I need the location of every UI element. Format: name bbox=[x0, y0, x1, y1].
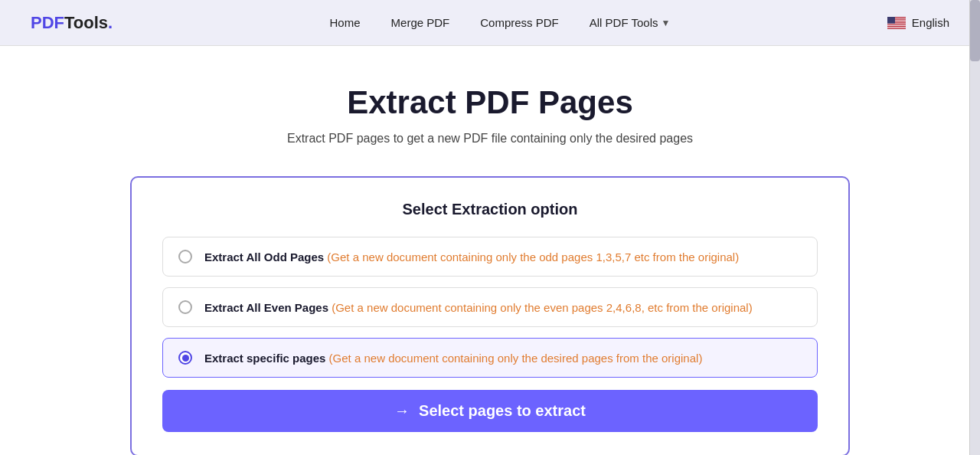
main-nav: Home Merge PDF Compress PDF All PDF Tool… bbox=[330, 16, 671, 29]
select-pages-button[interactable]: → Select pages to extract bbox=[162, 390, 818, 432]
nav-all-pdf-tools[interactable]: All PDF Tools ▼ bbox=[590, 16, 671, 29]
option-odd-text: Extract All Odd Pages (Get a new documen… bbox=[204, 250, 739, 264]
nav-home[interactable]: Home bbox=[330, 16, 361, 29]
option-even-text: Extract All Even Pages (Get a new docume… bbox=[204, 301, 753, 314]
svg-rect-7 bbox=[887, 23, 906, 24]
option-odd-pages[interactable]: Extract All Odd Pages (Get a new documen… bbox=[162, 237, 818, 277]
option-even-label: Extract All Even Pages bbox=[204, 301, 328, 314]
svg-rect-10 bbox=[887, 26, 906, 27]
logo[interactable]: PDFTools. bbox=[31, 13, 113, 33]
cta-button-label: Select pages to extract bbox=[419, 402, 586, 420]
option-odd-label: Extract All Odd Pages bbox=[204, 250, 324, 264]
language-selector[interactable]: English bbox=[887, 16, 949, 29]
radio-odd[interactable] bbox=[178, 250, 192, 264]
option-specific-label: Extract specific pages bbox=[204, 352, 325, 365]
option-even-pages[interactable]: Extract All Even Pages (Get a new docume… bbox=[162, 287, 818, 327]
logo-tools: Tools bbox=[64, 13, 108, 32]
nav-compress-pdf[interactable]: Compress PDF bbox=[480, 16, 559, 29]
card-title: Select Extraction option bbox=[162, 201, 818, 218]
us-flag-icon bbox=[887, 17, 906, 29]
option-even-hint: (Get a new document containing only the … bbox=[332, 301, 753, 314]
svg-rect-11 bbox=[887, 27, 906, 28]
svg-rect-8 bbox=[887, 24, 906, 25]
option-specific-hint: (Get a new document containing only the … bbox=[329, 352, 703, 365]
language-label: English bbox=[912, 16, 949, 29]
option-specific-text: Extract specific pages (Get a new docume… bbox=[204, 352, 702, 365]
option-specific-pages[interactable]: Extract specific pages (Get a new docume… bbox=[162, 338, 818, 378]
radio-even[interactable] bbox=[178, 300, 192, 314]
page-title: Extract PDF Pages bbox=[347, 84, 633, 121]
chevron-down-icon: ▼ bbox=[662, 18, 671, 28]
extraction-card: Select Extraction option Extract All Odd… bbox=[130, 176, 850, 455]
header: PDFTools. Home Merge PDF Compress PDF Al… bbox=[0, 0, 980, 46]
scrollbar[interactable] bbox=[969, 0, 980, 455]
scrollbar-thumb[interactable] bbox=[970, 0, 980, 61]
svg-rect-9 bbox=[887, 25, 906, 26]
nav-merge-pdf[interactable]: Merge PDF bbox=[391, 16, 450, 29]
svg-rect-12 bbox=[887, 17, 895, 24]
option-odd-hint: (Get a new document containing only the … bbox=[327, 250, 739, 264]
radio-specific[interactable] bbox=[178, 351, 192, 365]
page-subtitle: Extract PDF pages to get a new PDF file … bbox=[287, 132, 693, 146]
main-content: Extract PDF Pages Extract PDF pages to g… bbox=[0, 46, 980, 455]
arrow-right-icon: → bbox=[394, 402, 410, 420]
logo-dot: . bbox=[108, 13, 113, 32]
logo-pdf: PDF bbox=[31, 13, 64, 32]
